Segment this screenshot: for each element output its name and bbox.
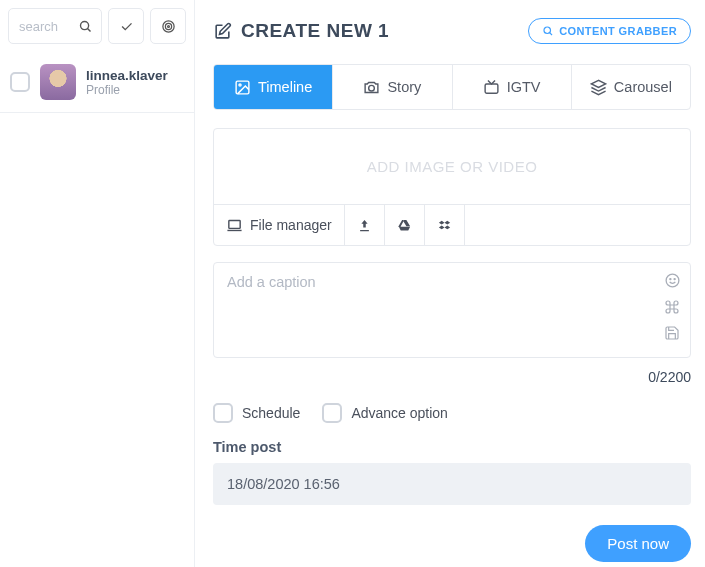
svg-point-2 [162, 20, 173, 31]
dropbox-icon [437, 218, 452, 233]
svg-point-8 [239, 83, 241, 85]
svg-point-0 [81, 21, 89, 29]
svg-marker-11 [591, 80, 605, 87]
svg-rect-12 [229, 220, 240, 228]
page-title: CREATE NEW 1 [241, 20, 389, 42]
content-grabber-button[interactable]: CONTENT GRABBER [528, 18, 691, 44]
sidebar: linnea.klaver Profile [0, 0, 195, 567]
caption-counter: 0/2200 [213, 369, 691, 385]
account-row[interactable]: linnea.klaver Profile [0, 52, 194, 113]
media-dropzone[interactable]: ADD IMAGE OR VIDEO [214, 129, 690, 204]
tab-timeline-label: Timeline [258, 79, 312, 95]
advance-option[interactable]: Advance option [322, 403, 448, 423]
image-icon [234, 79, 251, 96]
caption-input[interactable] [213, 262, 691, 358]
svg-point-13 [666, 274, 679, 287]
tv-icon [483, 79, 500, 96]
command-icon[interactable] [664, 299, 681, 315]
tab-story[interactable]: Story [333, 65, 452, 109]
tab-timeline[interactable]: Timeline [214, 65, 333, 109]
save-icon[interactable] [664, 325, 681, 341]
svg-line-1 [88, 28, 91, 31]
tab-igtv[interactable]: IGTV [453, 65, 572, 109]
svg-point-3 [165, 23, 171, 29]
account-checkbox[interactable] [10, 72, 30, 92]
content-grabber-label: CONTENT GRABBER [559, 25, 677, 37]
svg-line-6 [550, 33, 552, 35]
time-post-label: Time post [213, 439, 691, 455]
tab-igtv-label: IGTV [507, 79, 541, 95]
advance-label: Advance option [351, 405, 448, 421]
target-icon-button[interactable] [150, 8, 186, 44]
svg-point-9 [369, 85, 375, 91]
dropbox-button[interactable] [425, 205, 465, 245]
search-icon [78, 19, 93, 34]
media-box: ADD IMAGE OR VIDEO File manager [213, 128, 691, 246]
file-manager-button[interactable]: File manager [214, 205, 345, 245]
camera-icon [363, 79, 380, 96]
post-now-button[interactable]: Post now [585, 525, 691, 562]
google-drive-icon [397, 218, 412, 233]
tab-story-label: Story [387, 79, 421, 95]
account-role: Profile [86, 83, 168, 97]
svg-point-14 [670, 279, 671, 280]
schedule-option[interactable]: Schedule [213, 403, 300, 423]
advance-checkbox[interactable] [322, 403, 342, 423]
svg-rect-10 [485, 83, 498, 92]
svg-point-5 [544, 27, 551, 34]
laptop-icon [226, 217, 243, 234]
edit-icon [213, 22, 232, 41]
svg-point-15 [674, 279, 675, 280]
google-drive-button[interactable] [385, 205, 425, 245]
main-panel: CREATE NEW 1 CONTENT GRABBER Timeline [195, 0, 705, 567]
emoji-button[interactable] [664, 272, 681, 289]
search-icon [542, 25, 554, 37]
post-type-tabs: Timeline Story IGTV Carousel [213, 64, 691, 110]
tab-carousel-label: Carousel [614, 79, 672, 95]
layers-icon [590, 79, 607, 96]
select-all-button[interactable] [108, 8, 144, 44]
svg-point-4 [167, 25, 169, 27]
upload-button[interactable] [345, 205, 385, 245]
time-post-input[interactable] [213, 463, 691, 505]
account-name: linnea.klaver [86, 68, 168, 83]
avatar [40, 64, 76, 100]
tab-carousel[interactable]: Carousel [572, 65, 690, 109]
file-manager-label: File manager [250, 217, 332, 233]
schedule-label: Schedule [242, 405, 300, 421]
upload-icon [357, 218, 372, 233]
schedule-checkbox[interactable] [213, 403, 233, 423]
search-field[interactable] [8, 8, 102, 44]
